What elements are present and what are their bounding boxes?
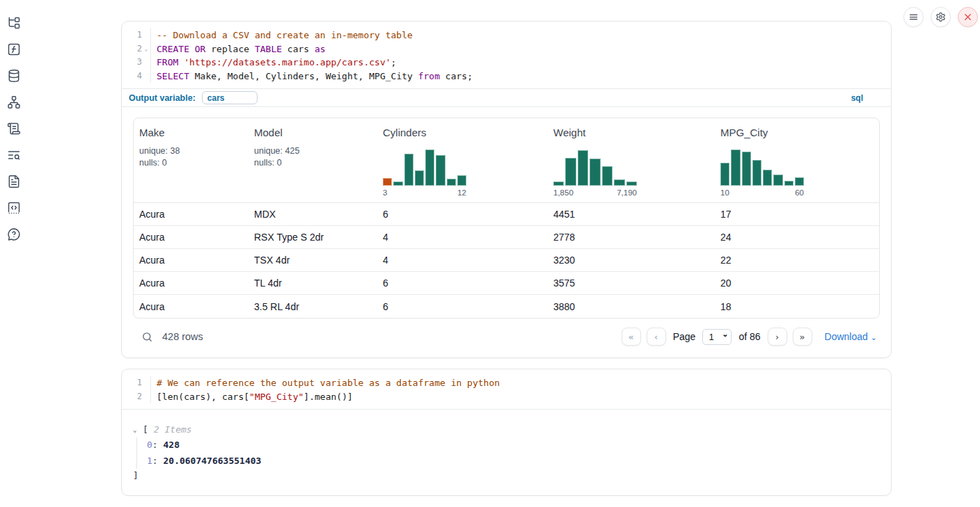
settings-button[interactable] [931, 7, 951, 27]
code-line: 2[len(cars), cars["MPG_City"].mean()] [122, 390, 891, 404]
language-badge: sql [851, 93, 884, 103]
column-header-cylinders[interactable]: Cylinders312 [377, 118, 548, 202]
page-select-wrap: 1 [702, 329, 732, 345]
page-label: Page [673, 331, 696, 342]
tree-collapse-icon[interactable]: ⌄ [133, 422, 141, 437]
histogram-bar [457, 175, 466, 186]
output-variable-label: Output variable: [129, 93, 196, 103]
tree-entry-value: 20.060747663551403 [163, 456, 261, 466]
table-cell: 6 [377, 277, 548, 289]
table-row: AcuraTL 4dr6357520 [134, 272, 879, 295]
table-cell: Acura [134, 232, 248, 243]
data-table: Makeunique: 38nulls: 0Modelunique: 425nu… [133, 118, 880, 319]
tree-close-bracket: ] [133, 469, 880, 483]
datasources-database-icon[interactable] [7, 68, 22, 83]
prev-page-button[interactable]: ‹ [647, 328, 666, 346]
column-stats: unique: 38nulls: 0 [139, 145, 243, 168]
table-cell: 4 [377, 232, 548, 243]
output-variable-input[interactable] [202, 91, 258, 104]
line-number-gutter: 3 [122, 56, 151, 70]
code-text: # We can reference the output variable a… [151, 376, 500, 390]
variables-function-icon[interactable] [7, 42, 22, 57]
histogram-bar [393, 182, 402, 186]
sql-cell: 1-- Download a CSV and create an in-memo… [121, 21, 892, 358]
histogram-bar [436, 155, 445, 186]
table-cell: RSX Type S 2dr [248, 232, 377, 243]
column-histogram[interactable] [553, 148, 637, 186]
table-cell: 3230 [548, 255, 715, 266]
close-icon [963, 12, 973, 22]
histogram-axis: 1,8507,190 [553, 188, 637, 197]
table-cell: MDX [248, 209, 377, 220]
line-number-gutter: 1 [122, 376, 151, 390]
chevron-down-icon: ⌄ [871, 333, 877, 342]
table-cell: 3880 [548, 301, 715, 312]
histogram-bar [447, 179, 456, 186]
column-header-model[interactable]: Modelunique: 425nulls: 0 [248, 118, 377, 202]
line-number-gutter: 4 [122, 70, 151, 83]
code-text: -- Download a CSV and create an in-memor… [151, 29, 413, 42]
file-tree-icon[interactable] [7, 15, 22, 31]
table-row: AcuraRSX Type S 2dr4277824 [134, 226, 879, 249]
tree-entry-value: 428 [163, 440, 179, 450]
histogram-bar [425, 150, 434, 186]
table-cell: 2778 [548, 232, 715, 243]
code-text: [len(cars), cars["MPG_City"].mean()] [151, 390, 353, 404]
code-text: FROM 'https://datasets.marimo.app/cars.c… [151, 56, 396, 70]
scratchpad-scroll-icon[interactable] [7, 121, 22, 136]
help-chat-icon[interactable] [7, 227, 22, 242]
tree-items-count: 2 Items [154, 422, 192, 437]
histogram-bar [553, 182, 564, 186]
tree-entries: 0: 4281: 20.060747663551403 [136, 437, 880, 469]
last-page-button[interactable]: » [793, 328, 812, 346]
python-code-editor[interactable]: 1# We can reference the output variable … [122, 369, 891, 409]
menu-button[interactable] [903, 7, 924, 27]
table-cell: 3.5 RL 4dr [248, 301, 377, 312]
table-cell: TSX 4dr [248, 255, 377, 266]
logs-search-icon[interactable] [7, 147, 22, 163]
table-cell: 17 [715, 209, 879, 220]
search-icon[interactable] [141, 331, 153, 343]
documentation-file-icon[interactable] [7, 174, 22, 189]
column-histogram[interactable] [720, 148, 804, 186]
code-line: 1-- Download a CSV and create an in-memo… [122, 29, 891, 42]
table-cell: 6 [377, 301, 548, 312]
histogram-bar [415, 170, 424, 186]
topbar [903, 7, 978, 27]
column-header-mpg_city[interactable]: MPG_City1060 [715, 118, 879, 202]
tree-entry: 1: 20.060747663551403 [147, 453, 880, 469]
table-header-row: Makeunique: 38nulls: 0Modelunique: 425nu… [134, 118, 879, 203]
line-number-gutter: 2⌄ [122, 42, 151, 56]
table-cell: TL 4dr [248, 277, 377, 289]
code-line: 4SELECT Make, Model, Cylinders, Weight, … [122, 70, 891, 83]
table-body: AcuraMDX6445117AcuraRSX Type S 2dr427782… [134, 203, 879, 318]
histogram-bar [626, 182, 637, 186]
next-page-button[interactable]: › [768, 328, 787, 346]
column-header-weight[interactable]: Weight1,8507,190 [548, 118, 715, 202]
first-page-button[interactable]: « [622, 328, 641, 346]
tree-open-bracket: [ [143, 422, 148, 437]
code-text: SELECT Make, Model, Cylinders, Weight, M… [151, 70, 473, 83]
histogram-bar [578, 150, 588, 186]
dependency-graph-icon[interactable] [7, 95, 22, 110]
fold-chevron-icon[interactable]: ⌄ [142, 42, 150, 56]
column-histogram[interactable] [383, 148, 466, 186]
row-count: 428 rows [162, 331, 203, 342]
code-line: 1# We can reference the output variable … [122, 376, 891, 390]
line-number-gutter: 1 [122, 29, 151, 42]
table-row: AcuraTSX 4dr4323022 [134, 249, 879, 272]
column-title: MPG_City [720, 127, 874, 138]
histogram-bar [784, 181, 793, 186]
snippets-code-icon[interactable] [7, 200, 22, 216]
histogram-bar [565, 158, 576, 186]
table-cell: 4 [377, 255, 548, 266]
page-select[interactable]: 1 [702, 329, 732, 345]
histogram-bar [752, 160, 761, 186]
code-line: 3FROM 'https://datasets.marimo.app/cars.… [122, 56, 891, 70]
table-cell: 6 [377, 209, 548, 220]
shutdown-button[interactable] [958, 7, 978, 27]
column-header-make[interactable]: Makeunique: 38nulls: 0 [134, 118, 248, 202]
helper-sidebar [7, 15, 22, 242]
download-button[interactable]: Download ⌄ [825, 331, 877, 342]
sql-code-editor[interactable]: 1-- Download a CSV and create an in-memo… [122, 22, 891, 88]
